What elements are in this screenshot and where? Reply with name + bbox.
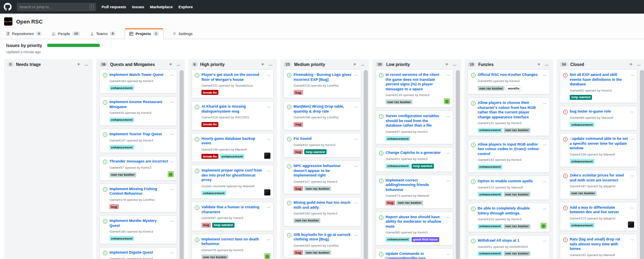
card-menu-button[interactable]: … (170, 219, 174, 222)
label-help-wanted[interactable]: help wanted (304, 149, 327, 154)
label-enhancement[interactable]: enhancement (570, 159, 594, 164)
issue-card[interactable]: !Implement Tourist Trap Quest…Game#197 o… (99, 129, 177, 153)
issue-title[interactable]: Not all EXP award and skill events have … (570, 73, 629, 87)
issue-card[interactable]: !::update command able to be set a speci… (560, 133, 637, 167)
card-menu-button[interactable]: … (543, 179, 547, 183)
issue-card[interactable]: !Al Kharid gate is missing dialogue/syst… (192, 101, 274, 130)
label-enhancement[interactable]: enhancement (478, 165, 502, 170)
label-bug[interactable]: bug (386, 200, 395, 205)
assignee-avatar[interactable] (264, 189, 270, 195)
issue-title[interactable]: Silk buy/sells for 0 gp at varrock cloth… (294, 233, 353, 242)
card-menu-button[interactable]: … (355, 73, 358, 76)
issue-card[interactable]: !Withdrawl All stops at 1…Game#91 opened… (468, 235, 550, 259)
card-menu-button[interactable]: … (631, 205, 635, 209)
label-non-rsc-kosher[interactable]: non rsc kosher (201, 254, 228, 259)
label-enhancement[interactable]: enhancement (109, 236, 134, 241)
label-enhancement[interactable]: enhancement (478, 128, 502, 133)
issue-card[interactable]: !Mining guild mine has too much mith and… (284, 197, 361, 226)
label-enhancement[interactable]: enhancement (386, 237, 410, 242)
label-non-rsc-kosher[interactable]: non rsc kosher (504, 224, 530, 229)
card-menu-button[interactable]: … (170, 250, 174, 254)
label-non-rsc-kosher[interactable]: non rsc kosher (386, 99, 412, 104)
issue-card[interactable]: !Zeke's scimitar prices for steel and mi… (560, 170, 637, 199)
github-logo-icon[interactable] (4, 3, 12, 11)
issue-title[interactable]: Implement proper nginx conf from dev int… (201, 168, 265, 183)
label-help-wanted[interactable]: help wanted (412, 164, 434, 169)
column-menu-button[interactable]: … (636, 62, 642, 66)
card-menu-button[interactable]: … (543, 238, 547, 242)
label-non-rsc-kosher[interactable]: non rsc kosher (109, 172, 136, 177)
card-menu-button[interactable]: … (543, 73, 547, 76)
label-good-first-issue[interactable]: good first issue (412, 237, 440, 242)
card-menu-button[interactable]: … (267, 205, 271, 209)
card-menu-button[interactable]: … (355, 104, 358, 108)
issue-title[interactable]: Withdrawl All stops at 1 (478, 238, 541, 243)
issue-card[interactable]: !Official RSC non-Kosher Changes…Game#50… (468, 69, 550, 94)
issue-card[interactable]: !Update Commands in CommandHandler.java…… (376, 248, 453, 259)
label-bug[interactable]: bug (294, 250, 303, 255)
label-break-fix[interactable]: break-fix (201, 122, 218, 127)
issue-title[interactable]: Firemaking - Burning Logs gives incorrec… (294, 73, 353, 82)
issue-title[interactable]: Official RSC non-Kosher Changes (478, 73, 541, 78)
column-menu-button[interactable]: … (452, 62, 458, 66)
issue-card[interactable]: !Report abuse box should have ability fo… (376, 212, 453, 245)
label-enhancement[interactable]: enhancement (386, 164, 410, 169)
issue-card[interactable]: !Implement Digsite Quest…Game#181 opened… (99, 247, 177, 259)
label-enhancement[interactable]: enhancement (201, 191, 226, 195)
issue-title[interactable]: Implement Tourist Trap Quest (109, 132, 168, 137)
issue-title[interactable]: NPC aggressive behaviour doesn't appear … (294, 164, 353, 178)
issue-card[interactable]: !Firemaking - Burning Logs gives incorre… (284, 69, 361, 98)
column-menu-button[interactable]: … (84, 62, 90, 66)
label-non-rsc-kosher[interactable]: non rsc kosher (504, 128, 530, 133)
label-enhancement[interactable]: enhancement (386, 136, 410, 141)
card-menu-button[interactable]: … (355, 164, 358, 167)
assignee-avatar[interactable] (168, 171, 174, 177)
issue-card[interactable]: !Fix Sound…Game#22 opened by Kenix3bughe… (284, 133, 361, 158)
label-enhancement[interactable]: enhancement (478, 224, 502, 229)
nav-pull-requests[interactable]: Pull requests (102, 5, 126, 9)
card-menu-button[interactable]: … (267, 73, 271, 76)
issue-title[interactable]: In recent versions of the client the gam… (386, 73, 445, 92)
card-menu-button[interactable]: … (543, 101, 547, 104)
issue-card[interactable]: !Silk buy/sells for 0 gp at varrock clot… (284, 229, 361, 258)
issue-title[interactable]: Change Captcha to a generator (386, 151, 445, 155)
card-menu-button[interactable]: … (447, 215, 450, 219)
nav-explore[interactable]: Explore (178, 5, 193, 9)
issue-card[interactable]: !Implement Missing Fishing Contest Behav… (99, 184, 177, 212)
issue-card[interactable]: !Implement correct adding/removing frien… (376, 175, 453, 209)
card-menu-button[interactable]: … (267, 237, 271, 241)
nav-marketplace[interactable]: Marketplace (150, 5, 173, 9)
card-menu-button[interactable]: … (543, 142, 547, 146)
issue-card[interactable]: !bug tester in-game role…Game#89 opened … (560, 106, 637, 130)
issue-card[interactable]: !Add a way to differentiate between dev … (560, 202, 637, 231)
assignee-avatar[interactable] (264, 153, 270, 159)
issue-card[interactable]: !Implement Watch Tower Quest…Game#183 op… (99, 69, 177, 94)
tab-teams[interactable]: Teams 5 (89, 29, 116, 39)
label-non-rsc-kosher[interactable]: non rsc kosher (570, 191, 597, 196)
issue-card[interactable]: !Implement Gnome Restaurant Minigame…Gam… (99, 97, 177, 125)
issue-card[interactable]: !Allow players to choose their character… (468, 97, 550, 136)
add-card-button[interactable]: + (76, 62, 81, 66)
issue-title[interactable]: Hourly game database backup event (201, 137, 265, 146)
label-help-wanted[interactable]: help wanted (212, 223, 234, 228)
issue-title[interactable]: Fix Sound (294, 137, 353, 141)
issue-card[interactable]: !Implement proper nginx conf from dev in… (192, 165, 274, 199)
issue-card[interactable]: !NPC aggressive behaviour doesn't appear… (284, 160, 361, 194)
label-non-rsc-kosher[interactable]: non rsc kosher (478, 86, 504, 91)
issue-title[interactable]: Thrander messages are incorrect (109, 159, 168, 164)
label-non-rsc-kosher[interactable]: non rsc kosher (504, 251, 530, 256)
issue-title[interactable]: Implement Missing Fishing Contest Behavi… (109, 187, 168, 196)
tab-people[interactable]: People 10 (51, 29, 81, 39)
issue-title[interactable]: Add a way to differentiate between dev a… (570, 205, 629, 215)
issue-card[interactable]: !In recent versions of the client the ga… (376, 69, 453, 108)
issue-title[interactable]: Implement Watch Tower Quest (109, 73, 168, 78)
card-menu-button[interactable]: … (170, 73, 174, 76)
label-non-rsc-kosher[interactable]: non rsc kosher (294, 218, 320, 223)
card-menu-button[interactable]: … (170, 100, 174, 104)
issue-title[interactable]: Implement correct adding/removing friend… (386, 178, 445, 193)
issue-title[interactable]: Al Kharid gate is missing dialogue/syste… (201, 104, 265, 114)
card-menu-button[interactable]: … (447, 252, 450, 255)
add-card-button[interactable]: + (536, 62, 542, 66)
label-bug[interactable]: bug (201, 223, 211, 228)
issue-card[interactable]: !Validate that a human is creating chara… (192, 202, 274, 231)
